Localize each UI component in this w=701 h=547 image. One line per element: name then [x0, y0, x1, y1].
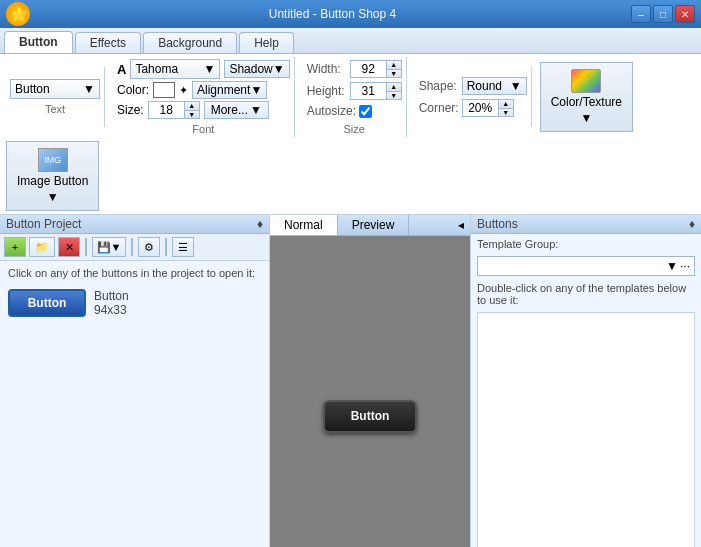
image-button-btn[interactable]: IMG Image Button ▼	[6, 141, 99, 211]
image-button-label: Image Button	[17, 174, 88, 188]
font-size-input[interactable]	[148, 101, 184, 119]
minimize-button[interactable]: –	[631, 5, 651, 23]
alignment-dropdown[interactable]: Alignment▼	[192, 81, 267, 99]
left-panel-header: Button Project ♦	[0, 215, 269, 234]
project-hint: Click on any of the buttons in the proje…	[0, 261, 269, 285]
main-content: Button Project ♦ + 📁 ✕ 💾▼ ⚙ ☰ Click on a…	[0, 215, 701, 547]
app-logo: ⭐	[6, 2, 30, 26]
autosize-checkbox[interactable]	[359, 105, 372, 118]
font-size-down[interactable]: ▼	[185, 111, 199, 119]
color-label: Color:	[117, 83, 149, 97]
titlebar: ⭐ Untitled - Button Shop 4 – □ ✕	[0, 0, 701, 28]
button-type-group: Button ▼ Text	[6, 67, 105, 127]
tab-preview[interactable]: Preview	[338, 215, 410, 235]
width-label: Width:	[307, 62, 347, 76]
template-dropdown[interactable]: ▼ ···	[477, 256, 695, 276]
shadow-dropdown[interactable]: Shadow▼	[224, 60, 289, 78]
color-dot: ✦	[179, 84, 188, 97]
corner-row: Corner: ▲ ▼	[419, 99, 527, 117]
toolbar-separator3	[165, 238, 167, 256]
left-panel: Button Project ♦ + 📁 ✕ 💾▼ ⚙ ☰ Click on a…	[0, 215, 270, 547]
save-button-btn[interactable]: 💾▼	[92, 237, 126, 257]
window-controls: – □ ✕	[631, 5, 695, 23]
menu-tabs: Button Effects Background Help	[0, 28, 701, 54]
button-type-select[interactable]: Button ▼	[10, 79, 100, 99]
tab-help[interactable]: Help	[239, 32, 294, 53]
size-group-label: Size	[307, 123, 402, 135]
width-input[interactable]	[350, 60, 386, 78]
right-panel-title: Buttons	[477, 217, 518, 231]
more-dropdown[interactable]: More...▼	[204, 101, 269, 119]
font-size-up[interactable]: ▲	[185, 102, 199, 111]
height-label: Height:	[307, 84, 347, 98]
template-group-label: Template Group:	[471, 234, 701, 254]
left-panel-toolbar: + 📁 ✕ 💾▼ ⚙ ☰	[0, 234, 269, 261]
font-group-label: Font	[117, 123, 290, 135]
canvas-area: Button	[270, 236, 470, 547]
right-panel-header: Buttons ♦	[471, 215, 701, 234]
open-button-btn[interactable]: 📁	[29, 237, 55, 257]
height-up[interactable]: ▲	[387, 83, 401, 92]
project-button-item[interactable]: Button Button 94x33	[8, 289, 261, 317]
template-area	[477, 312, 695, 547]
tab-button[interactable]: Button	[4, 31, 73, 53]
corner-down[interactable]: ▼	[499, 109, 513, 117]
toolbar-separator2	[131, 238, 133, 256]
size-label: Size:	[117, 103, 144, 117]
height-input[interactable]	[350, 82, 386, 100]
tab-normal[interactable]: Normal	[270, 215, 338, 235]
font-group: A Tahoma▼ Shadow▼ Color: ✦ Alignment▼ Si…	[113, 57, 295, 137]
width-row: Width: ▲ ▼	[307, 60, 402, 78]
font-size-spinner[interactable]: ▲ ▼	[148, 101, 200, 119]
corner-spinner[interactable]: ▲ ▼	[462, 99, 514, 117]
close-button[interactable]: ✕	[675, 5, 695, 23]
font-size-row: Size: ▲ ▼ More...▼	[117, 101, 290, 119]
autosize-row: Autosize:	[307, 104, 402, 118]
maximize-button[interactable]: □	[653, 5, 673, 23]
shape-group: Shape: Round▼ Corner: ▲ ▼	[415, 67, 532, 127]
image-button-arrow: ▼	[47, 190, 59, 204]
height-spinner[interactable]: ▲ ▼	[350, 82, 402, 100]
shape-label: Shape:	[419, 79, 459, 93]
window-title: Untitled - Button Shop 4	[34, 7, 631, 21]
image-button-icon: IMG	[38, 148, 68, 172]
add-button-btn[interactable]: +	[4, 237, 26, 257]
font-icon: A	[117, 62, 126, 77]
width-spinner[interactable]: ▲ ▼	[350, 60, 402, 78]
canvas-button: Button	[323, 400, 417, 433]
list-btn[interactable]: ☰	[172, 237, 194, 257]
toolbar-separator	[85, 238, 87, 256]
right-panel-pin[interactable]: ♦	[689, 217, 695, 231]
color-texture-arrow: ▼	[580, 111, 592, 125]
left-panel-pin[interactable]: ♦	[257, 217, 263, 231]
height-row: Height: ▲ ▼	[307, 82, 402, 100]
button-info: Button 94x33	[94, 289, 129, 317]
font-color-row: Color: ✦ Alignment▼	[117, 81, 290, 99]
button-thumbnail: Button	[8, 289, 86, 317]
width-down[interactable]: ▼	[387, 70, 401, 78]
delete-button-btn[interactable]: ✕	[58, 237, 80, 257]
corner-up[interactable]: ▲	[499, 100, 513, 109]
center-pin[interactable]: ◂	[452, 215, 470, 235]
color-texture-label: Color/Texture	[551, 95, 622, 109]
tab-background[interactable]: Background	[143, 32, 237, 53]
width-up[interactable]: ▲	[387, 61, 401, 70]
shape-dropdown[interactable]: Round▼	[462, 77, 527, 95]
color-swatch[interactable]	[153, 82, 175, 98]
text-group-label: Text	[45, 103, 65, 115]
font-name-row: A Tahoma▼ Shadow▼	[117, 59, 290, 79]
corner-label: Corner:	[419, 101, 459, 115]
shape-row: Shape: Round▼	[419, 77, 527, 95]
corner-input[interactable]	[462, 99, 498, 117]
color-texture-button[interactable]: Color/Texture ▼	[540, 62, 633, 132]
autosize-label: Autosize:	[307, 104, 356, 118]
center-panel: Normal Preview ◂ Button	[270, 215, 471, 547]
tab-effects[interactable]: Effects	[75, 32, 141, 53]
left-panel-title: Button Project	[6, 217, 81, 231]
settings-btn[interactable]: ⚙	[138, 237, 160, 257]
font-name-dropdown[interactable]: Tahoma▼	[130, 59, 220, 79]
template-hint: Double-click on any of the templates bel…	[471, 278, 701, 310]
height-down[interactable]: ▼	[387, 92, 401, 100]
size-group: Width: ▲ ▼ Height: ▲ ▼ Autosize:	[303, 57, 407, 137]
toolbar: Button ▼ Text A Tahoma▼ Shadow▼ Color: ✦…	[0, 54, 701, 215]
